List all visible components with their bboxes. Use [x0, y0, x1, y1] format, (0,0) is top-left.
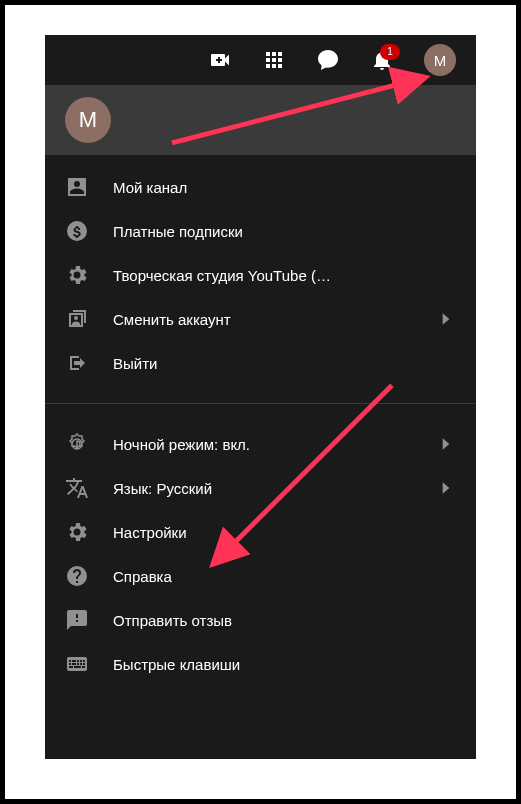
- gear-icon: [65, 263, 89, 287]
- menu-item-darkmode[interactable]: Ночной режим: вкл.: [45, 422, 476, 466]
- menu-item-shortcuts[interactable]: Быстрые клавиши: [45, 642, 476, 686]
- menu-item-settings[interactable]: Настройки: [45, 510, 476, 554]
- menu-label: Творческая студия YouTube (…: [113, 267, 456, 284]
- brightness-icon: [65, 432, 89, 456]
- menu-item-paid[interactable]: Платные подписки: [45, 209, 476, 253]
- notifications-button[interactable]: 1: [370, 48, 394, 72]
- apps-grid-icon[interactable]: [262, 48, 286, 72]
- keyboard-icon: [65, 652, 89, 676]
- menu-item-my-channel[interactable]: Мой канал: [45, 165, 476, 209]
- signout-icon: [65, 351, 89, 375]
- account-strip: M: [45, 85, 476, 155]
- chevron-right-icon: [436, 478, 456, 498]
- menu-item-help[interactable]: Справка: [45, 554, 476, 598]
- chevron-right-icon: [436, 309, 456, 329]
- messages-icon[interactable]: [316, 48, 340, 72]
- menu-label: Сменить аккаунт: [113, 311, 412, 328]
- menu-item-feedback[interactable]: Отправить отзыв: [45, 598, 476, 642]
- person-box-icon: [65, 175, 89, 199]
- help-icon: [65, 564, 89, 588]
- menu-label: Настройки: [113, 524, 456, 541]
- menu-label: Справка: [113, 568, 456, 585]
- svg-point-0: [74, 316, 78, 320]
- menu-label: Язык: Русский: [113, 480, 412, 497]
- translate-icon: [65, 476, 89, 500]
- gear-icon: [65, 520, 89, 544]
- menu-label: Мой канал: [113, 179, 456, 196]
- create-video-icon[interactable]: [208, 48, 232, 72]
- topbar-avatar[interactable]: M: [424, 44, 456, 76]
- topbar: 1 M: [45, 35, 476, 85]
- menu-section-1: Мой канал Платные подписки Творческая ст…: [45, 155, 476, 395]
- menu-item-studio[interactable]: Творческая студия YouTube (…: [45, 253, 476, 297]
- menu-label: Отправить отзыв: [113, 612, 456, 629]
- account-menu-panel: 1 M M Мой канал Платные подписки Творчес…: [45, 35, 476, 759]
- menu-label: Выйти: [113, 355, 456, 372]
- menu-label: Быстрые клавиши: [113, 656, 456, 673]
- notification-badge: 1: [380, 44, 400, 60]
- menu-section-2: Ночной режим: вкл. Язык: Русский Настрой…: [45, 412, 476, 696]
- menu-label: Платные подписки: [113, 223, 456, 240]
- menu-item-language[interactable]: Язык: Русский: [45, 466, 476, 510]
- switch-account-icon: [65, 307, 89, 331]
- menu-item-signout[interactable]: Выйти: [45, 341, 476, 385]
- chevron-right-icon: [436, 434, 456, 454]
- dollar-circle-icon: [65, 219, 89, 243]
- menu-item-switch-account[interactable]: Сменить аккаунт: [45, 297, 476, 341]
- account-avatar[interactable]: M: [65, 97, 111, 143]
- menu-divider: [45, 403, 476, 404]
- feedback-icon: [65, 608, 89, 632]
- menu-label: Ночной режим: вкл.: [113, 436, 412, 453]
